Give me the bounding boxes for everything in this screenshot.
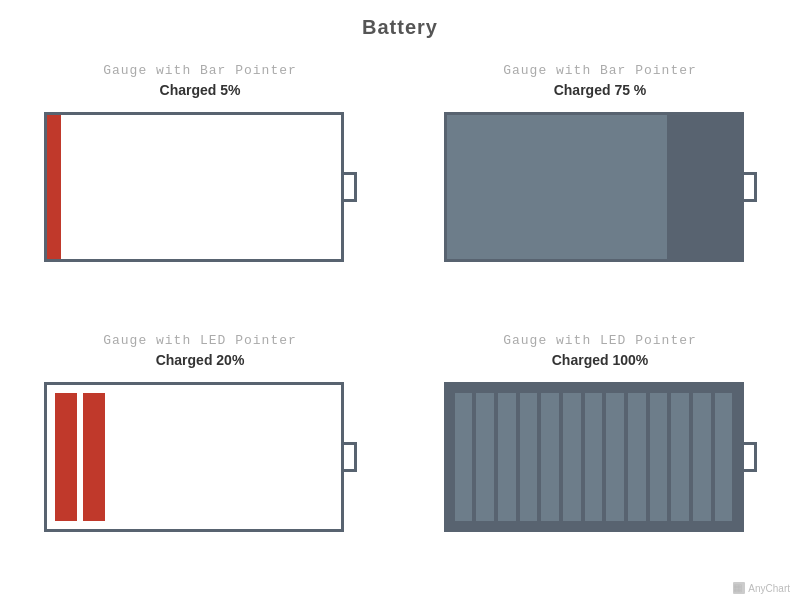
battery-body-4 bbox=[444, 382, 744, 532]
led-seg-4-4 bbox=[520, 393, 538, 521]
battery-wrap-4 bbox=[444, 382, 757, 532]
led-seg-3-2 bbox=[83, 393, 105, 521]
value-4: Charged 100% bbox=[552, 352, 648, 368]
led-seg-3-5 bbox=[168, 393, 190, 521]
battery-body-1 bbox=[44, 112, 344, 262]
battery-wrap-3 bbox=[44, 382, 357, 532]
led-seg-4-9 bbox=[628, 393, 646, 521]
led-seg-4-5 bbox=[541, 393, 559, 521]
page-title: Battery bbox=[0, 0, 800, 39]
battery-wrap-2 bbox=[444, 112, 757, 262]
battery-body-3 bbox=[44, 382, 344, 532]
subtitle-3: Gauge with LED Pointer bbox=[103, 333, 297, 348]
value-2: Charged 75 % bbox=[554, 82, 647, 98]
watermark-icon: ▦ bbox=[733, 582, 745, 594]
bar-fill-1 bbox=[47, 115, 62, 259]
cell-led-20: Gauge with LED Pointer Charged 20% bbox=[0, 317, 400, 587]
battery-grid: Gauge with Bar Pointer Charged 5% Gauge … bbox=[0, 47, 800, 587]
cell-bar-75: Gauge with Bar Pointer Charged 75 % bbox=[400, 47, 800, 317]
battery-tip-1 bbox=[343, 172, 357, 202]
led-seg-4-8 bbox=[606, 393, 624, 521]
led-seg-4-10 bbox=[650, 393, 668, 521]
value-1: Charged 5% bbox=[160, 82, 241, 98]
subtitle-4: Gauge with LED Pointer bbox=[503, 333, 697, 348]
led-seg-4-13 bbox=[715, 393, 733, 521]
led-seg-4-11 bbox=[671, 393, 689, 521]
cell-bar-5: Gauge with Bar Pointer Charged 5% bbox=[0, 47, 400, 317]
battery-body-2 bbox=[444, 112, 744, 262]
battery-tip-4 bbox=[743, 442, 757, 472]
subtitle-2: Gauge with Bar Pointer bbox=[503, 63, 697, 78]
led-seg-4-3 bbox=[498, 393, 516, 521]
watermark: ▦ AnyChart bbox=[733, 582, 790, 594]
value-3: Charged 20% bbox=[156, 352, 245, 368]
led-seg-4-7 bbox=[585, 393, 603, 521]
battery-wrap-1 bbox=[44, 112, 357, 262]
led-seg-4-12 bbox=[693, 393, 711, 521]
led-container-3 bbox=[47, 385, 341, 529]
bar-fill-2 bbox=[447, 115, 668, 259]
led-seg-4-6 bbox=[563, 393, 581, 521]
led-seg-3-3 bbox=[111, 393, 133, 521]
cell-led-100: Gauge with LED Pointer Charged 100% bbox=[400, 317, 800, 587]
led-container-4 bbox=[447, 385, 741, 529]
watermark-text: AnyChart bbox=[748, 583, 790, 594]
led-seg-3-4 bbox=[140, 393, 162, 521]
led-seg-3-6 bbox=[197, 393, 219, 521]
led-seg-3-8 bbox=[253, 393, 275, 521]
led-seg-3-7 bbox=[225, 393, 247, 521]
subtitle-1: Gauge with Bar Pointer bbox=[103, 63, 297, 78]
led-seg-3-10 bbox=[310, 393, 332, 521]
battery-tip-2 bbox=[743, 172, 757, 202]
led-seg-3-9 bbox=[282, 393, 304, 521]
led-seg-3-1 bbox=[55, 393, 77, 521]
led-seg-4-2 bbox=[476, 393, 494, 521]
battery-tip-3 bbox=[343, 442, 357, 472]
led-seg-4-1 bbox=[455, 393, 473, 521]
